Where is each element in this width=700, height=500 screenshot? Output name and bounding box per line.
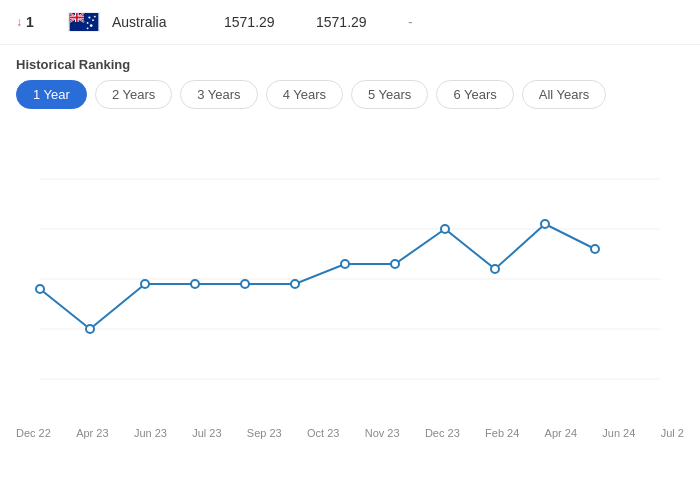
tab-2-years[interactable]: 2 Years [95,80,172,109]
x-label-nov23: Nov 23 [365,427,400,439]
svg-rect-9 [70,17,84,19]
svg-point-27 [341,260,349,268]
svg-point-32 [591,245,599,253]
tab-5-years[interactable]: 5 Years [351,80,428,109]
change-value: - [408,14,413,30]
country-name: Australia [112,14,212,30]
x-label-jul23: Jul 23 [192,427,221,439]
svg-point-23 [141,280,149,288]
tab-1-year[interactable]: 1 Year [16,80,87,109]
svg-point-22 [86,325,94,333]
x-label-apr23: Apr 23 [76,427,108,439]
rank-number: 1 [26,14,34,30]
x-label-dec22: Dec 22 [16,427,51,439]
svg-point-31 [541,220,549,228]
svg-point-13 [90,24,93,27]
svg-point-15 [87,27,89,29]
x-label-jun23: Jun 23 [134,427,167,439]
x-label-feb24: Feb 24 [485,427,519,439]
ranking-chart [16,129,684,389]
x-label-apr24: Apr 24 [545,427,577,439]
x-label-sep23: Sep 23 [247,427,282,439]
rank-arrow-icon: ↓ [16,15,22,29]
svg-point-25 [241,280,249,288]
x-label-jun24: Jun 24 [602,427,635,439]
section-title: Historical Ranking [0,45,700,80]
ranking-row: ↓ 1 Australia 1571.29 1571.29 - [0,0,700,45]
rank-cell: ↓ 1 [16,14,56,30]
tab-3-years[interactable]: 3 Years [180,80,257,109]
x-label-dec23: Dec 23 [425,427,460,439]
svg-point-21 [36,285,44,293]
svg-point-26 [291,280,299,288]
score-primary: 1571.29 [224,14,304,30]
svg-point-11 [92,19,94,21]
tab-4-years[interactable]: 4 Years [266,80,343,109]
x-label-jul24: Jul 2 [661,427,684,439]
country-flag [68,12,100,32]
svg-point-30 [491,265,499,273]
chart-area [0,121,700,421]
tab-6-years[interactable]: 6 Years [436,80,513,109]
svg-point-29 [441,225,449,233]
svg-point-24 [191,280,199,288]
x-label-oct23: Oct 23 [307,427,339,439]
tab-all-years[interactable]: All Years [522,80,607,109]
score-secondary: 1571.29 [316,14,396,30]
svg-point-28 [391,260,399,268]
svg-point-12 [94,16,96,18]
x-axis-labels: Dec 22 Apr 23 Jun 23 Jul 23 Sep 23 Oct 2… [0,421,700,439]
time-filter-tabs: 1 Year 2 Years 3 Years 4 Years 5 Years 6… [0,80,700,121]
svg-point-14 [87,22,89,24]
svg-point-10 [88,16,90,18]
